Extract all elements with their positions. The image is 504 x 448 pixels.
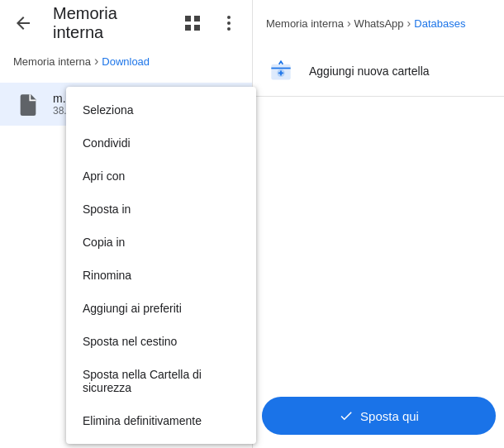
menu-item-sposta-in[interactable]: Sposta in bbox=[66, 193, 256, 226]
svg-point-0 bbox=[227, 16, 231, 19]
more-options-button[interactable] bbox=[212, 7, 245, 40]
menu-item-rinomina[interactable]: Rinomina bbox=[66, 259, 256, 292]
file-icon bbox=[13, 89, 43, 119]
svg-point-2 bbox=[227, 27, 231, 31]
breadcrumb-separator: › bbox=[94, 54, 98, 69]
move-here-button[interactable]: Sposta qui bbox=[262, 397, 496, 435]
menu-item-aggiungi-preferiti[interactable]: Aggiungi ai preferiti bbox=[66, 292, 256, 325]
menu-item-elimina[interactable]: Elimina definitivamente bbox=[66, 404, 256, 437]
right-breadcrumb-sep-2: › bbox=[407, 17, 411, 30]
toolbar-actions bbox=[176, 7, 245, 40]
right-breadcrumb: Memoria interna › WhatsApp › Databases bbox=[253, 0, 504, 46]
right-breadcrumb-sep-1: › bbox=[347, 17, 351, 30]
add-folder-label: Aggiungi nuova cartella bbox=[309, 64, 430, 78]
menu-item-condividi[interactable]: Condividi bbox=[66, 126, 256, 160]
menu-item-copia-in[interactable]: Copia in bbox=[66, 226, 256, 259]
menu-item-seleziona[interactable]: Seleziona bbox=[66, 93, 256, 126]
add-folder-icon bbox=[266, 56, 296, 86]
menu-item-sposta-cestino[interactable]: Sposta nel cestino bbox=[66, 325, 256, 358]
right-breadcrumb-root[interactable]: Memoria interna bbox=[266, 17, 344, 30]
grid-view-button[interactable] bbox=[176, 7, 209, 40]
move-button-container: Sposta qui bbox=[262, 397, 496, 435]
right-content bbox=[253, 97, 504, 448]
svg-point-1 bbox=[227, 21, 231, 25]
move-button-label: Sposta qui bbox=[360, 409, 419, 423]
add-folder-row[interactable]: Aggiungi nuova cartella bbox=[253, 46, 504, 97]
right-panel: Memoria interna › WhatsApp › Databases A… bbox=[252, 0, 504, 448]
page-title: Memoria interna bbox=[53, 4, 163, 42]
breadcrumb: Memoria interna › Download bbox=[0, 46, 252, 76]
menu-item-apri-con[interactable]: Apri con bbox=[66, 160, 256, 193]
right-breadcrumb-middle[interactable]: WhatsApp bbox=[354, 17, 404, 30]
back-button[interactable] bbox=[7, 7, 40, 40]
breadcrumb-root[interactable]: Memoria interna bbox=[13, 55, 91, 68]
context-menu: Seleziona Condividi Apri con Sposta in C… bbox=[66, 87, 256, 444]
right-breadcrumb-current[interactable]: Databases bbox=[414, 17, 465, 30]
menu-item-sposta-sicurezza[interactable]: Sposta nella Cartella di sicurezza bbox=[66, 358, 256, 404]
breadcrumb-current[interactable]: Download bbox=[102, 55, 150, 68]
toolbar: Memoria interna bbox=[0, 0, 252, 46]
